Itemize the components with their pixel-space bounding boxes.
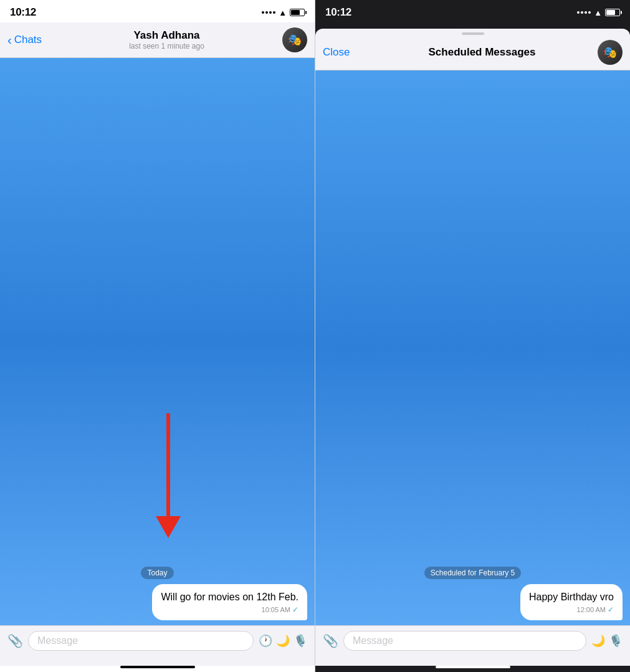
signal-dot-r — [585, 11, 587, 14]
svg-marker-1 — [156, 516, 181, 538]
message-check-left: ✓ — [292, 605, 298, 614]
left-phone: 10:12 ▲ ‹ Chats Yash Adhana last seen 1 … — [0, 0, 315, 672]
input-bar-right: 📎 Message 🌙 🎙️ — [315, 625, 630, 666]
status-icons-right: ▲ — [577, 8, 620, 17]
avatar-image-right: 🎭 — [598, 40, 623, 65]
message-placeholder-right: Message — [353, 635, 393, 646]
message-text-left: Will go for movies on 12th Feb. — [161, 590, 298, 604]
moon-icon-left[interactable]: 🌙 — [276, 634, 290, 648]
red-arrow-overlay — [137, 407, 199, 544]
signal-dots-right — [577, 11, 591, 14]
battery-fill-left — [291, 10, 300, 15]
message-placeholder-left: Message — [37, 635, 78, 646]
schedule-clock-icon[interactable]: 🕐 — [259, 634, 272, 648]
home-indicator-left — [120, 666, 195, 668]
scheduled-badge: Scheduled for February 5 — [323, 567, 623, 579]
nav-bar-left: ‹ Chats Yash Adhana last seen 1 minute a… — [0, 22, 315, 58]
message-time-right: 12:00 AM — [577, 606, 606, 613]
message-meta-left: 10:05 AM ✓ — [161, 605, 298, 614]
input-icons-row-left: 🕐 🌙 🎙️ — [259, 634, 307, 648]
message-input-left[interactable]: Message — [28, 631, 254, 651]
signal-dot — [262, 11, 264, 14]
close-button[interactable]: Close — [323, 46, 350, 59]
signal-dot — [273, 11, 275, 14]
contact-name: Yash Adhana — [133, 29, 199, 42]
input-icons-row-right: 🌙 🎙️ — [591, 634, 623, 648]
status-bar-left: 10:12 ▲ — [0, 0, 315, 22]
signal-dot — [269, 11, 272, 14]
signal-dot-r — [577, 11, 580, 14]
nav-left-section[interactable]: ‹ Chats — [7, 33, 57, 47]
date-label-left: Today — [7, 567, 307, 579]
message-wrap-right: Happy Birthday vro 12:00 AM ✓ — [323, 584, 623, 620]
contact-avatar-right[interactable]: 🎭 — [598, 40, 623, 65]
right-phone: 10:12 ▲ Close Scheduled Messag — [315, 0, 630, 672]
dark-bg-spacer — [315, 22, 630, 29]
back-arrow-icon: ‹ — [7, 33, 12, 47]
signal-dot — [265, 11, 268, 14]
nav-right-left[interactable]: 🎭 — [276, 27, 307, 52]
chat-area-left: Today Will go for movies on 12th Feb. 10… — [0, 58, 315, 625]
attachment-icon-left[interactable]: 📎 — [7, 633, 23, 648]
nav-right-right[interactable]: 🎭 — [591, 40, 623, 65]
date-badge-left: Today — [141, 567, 173, 579]
home-indicator-right — [436, 666, 510, 668]
message-time-left: 10:05 AM — [262, 606, 290, 613]
status-bar-right: 10:12 ▲ — [315, 0, 630, 22]
signal-dot-r — [581, 11, 583, 14]
avatar-image-left: 🎭 — [282, 27, 307, 52]
status-icons-left: ▲ — [262, 8, 305, 17]
message-meta-right: 12:00 AM ✓ — [529, 605, 614, 614]
battery-icon-right — [605, 9, 620, 16]
message-wrap-left: Will go for movies on 12th Feb. 10:05 AM… — [7, 584, 307, 620]
last-seen-status: last seen 1 minute ago — [129, 42, 204, 50]
sheet-container: Close Scheduled Messages 🎭 — [315, 29, 630, 70]
nav-center-left: Yash Adhana last seen 1 minute ago — [57, 29, 276, 50]
chat-area-right: Scheduled for February 5 Happy Birthday … — [315, 70, 630, 625]
wifi-icon-right: ▲ — [594, 8, 602, 17]
attachment-icon-right[interactable]: 📎 — [323, 633, 338, 648]
mic-icon-right[interactable]: 🎙️ — [609, 634, 623, 648]
nav-center-right: Scheduled Messages — [373, 46, 591, 59]
message-bubble-left[interactable]: Will go for movies on 12th Feb. 10:05 AM… — [152, 584, 307, 620]
status-time-left: 10:12 — [10, 6, 36, 19]
message-check-right: ✓ — [608, 605, 614, 614]
sheet-handle — [462, 32, 484, 35]
back-button[interactable]: Chats — [14, 34, 42, 46]
signal-dots-left — [262, 11, 275, 14]
signal-dot-r — [588, 11, 591, 14]
mic-icon-left[interactable]: 🎙️ — [294, 634, 307, 648]
time-right: 10:12 — [325, 6, 351, 18]
scheduled-label: Scheduled for February 5 — [424, 567, 521, 579]
scheduled-messages-title: Scheduled Messages — [429, 46, 536, 59]
nav-left-right[interactable]: Close — [323, 46, 373, 59]
input-bar-left: 📎 Message 🕐 🌙 🎙️ — [0, 625, 315, 666]
battery-fill-right — [606, 10, 615, 15]
message-text-right: Happy Birthday vro — [529, 590, 614, 604]
message-input-right[interactable]: Message — [343, 631, 586, 651]
nav-bar-right: Close Scheduled Messages 🎭 — [315, 35, 630, 70]
wifi-icon-left: ▲ — [279, 8, 287, 17]
message-bubble-right[interactable]: Happy Birthday vro 12:00 AM ✓ — [520, 584, 623, 620]
status-time-right: 10:12 — [325, 6, 351, 19]
contact-avatar-left[interactable]: 🎭 — [282, 27, 307, 52]
moon-icon-right[interactable]: 🌙 — [591, 634, 605, 648]
battery-icon-left — [290, 9, 305, 16]
time-left: 10:12 — [10, 6, 36, 18]
